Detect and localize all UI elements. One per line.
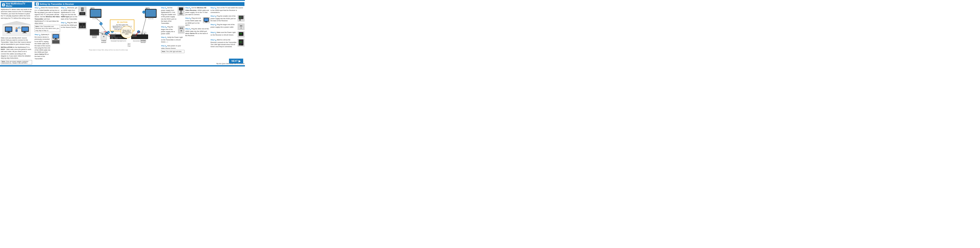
step-1b: Step 1b (Optional) If the source device … bbox=[35, 33, 60, 60]
main-body: A How MyWirelessTV Works MyWirelessTV al… bbox=[0, 1, 245, 65]
svg-point-98 bbox=[181, 30, 182, 32]
svg-rect-118 bbox=[240, 45, 240, 45]
step-1d-sub: 1d bbox=[65, 22, 67, 24]
section-a-installation: INSTALLATION for the MyWirelessTV is EAS… bbox=[1, 46, 32, 59]
installation-text: for the MyWirelessTV is bbox=[13, 46, 30, 48]
step-1a-sub: 1a bbox=[38, 7, 40, 9]
svg-rect-18 bbox=[55, 41, 56, 43]
step-2d-note: Note: The LINK light will blink. bbox=[161, 50, 185, 53]
step-2d: Step 2d Now power on your video Source D… bbox=[161, 45, 185, 53]
caution-title-text: CAUTION bbox=[120, 21, 127, 23]
step-4d: Step 4d Wait for a bit as the Receiver c… bbox=[210, 39, 245, 48]
step-1b-image bbox=[52, 33, 60, 44]
svg-rect-101 bbox=[205, 22, 207, 22]
svg-text:5V DC 1.0A: 5V DC 1.0A bbox=[111, 33, 116, 34]
step-2a-sub: 2a bbox=[165, 7, 167, 9]
svg-point-96 bbox=[180, 27, 181, 29]
section-a-illustration bbox=[1, 20, 32, 36]
bottom-bar bbox=[0, 65, 245, 67]
step-1b-bold: Out-to-TV bbox=[39, 53, 47, 55]
steps-col-1: Step 1a Select the Source Device (i.e. a… bbox=[35, 7, 60, 62]
svg-rect-25 bbox=[80, 24, 82, 25]
step-2b-image bbox=[178, 26, 185, 33]
step-1c-image bbox=[78, 7, 86, 16]
svg-text:TRANSMITTER MWTV2TX: TRANSMITTER MWTV2TX bbox=[111, 40, 126, 41]
step-3b-num: Step bbox=[185, 17, 189, 19]
svg-rect-9 bbox=[22, 27, 28, 31]
step-3a-sub: 3a bbox=[189, 7, 191, 9]
step-3c-sub: 3c bbox=[189, 28, 191, 30]
step-4a-image bbox=[238, 15, 245, 21]
svg-rect-95 bbox=[179, 27, 183, 32]
step-1c-num: Step bbox=[61, 7, 65, 9]
step-2b-num: Step bbox=[161, 26, 165, 28]
svg-text:*Range subject to change. Wall: *Range subject to change. Walls, ceiling… bbox=[89, 49, 128, 51]
step-1c-sub: 1c bbox=[65, 7, 67, 9]
next-button[interactable]: NEXT ▶ bbox=[229, 59, 243, 64]
step-4b-image bbox=[238, 24, 245, 30]
step-1d-num: Step bbox=[61, 22, 65, 24]
step-1b-text: (Optional) If the source device is previ… bbox=[35, 33, 51, 55]
svg-text:(Optional): (Optional) bbox=[148, 18, 153, 19]
step-2a-num: Step bbox=[161, 7, 165, 9]
section-a-text1: MyWirelessTV allows video and audio to b… bbox=[1, 8, 32, 19]
svg-rect-23 bbox=[80, 13, 84, 14]
section-a: A How MyWirelessTV Works MyWirelessTV al… bbox=[0, 1, 33, 65]
step-2d-note-label: Note: bbox=[162, 51, 166, 52]
svg-point-117 bbox=[241, 41, 242, 43]
step-3b-svg bbox=[203, 17, 210, 23]
page: MWTV2_QSG-0530-0721-000-v5_QC sing1.ps1 … bbox=[0, 0, 245, 67]
svg-rect-34 bbox=[146, 10, 156, 17]
section-b: B Setting Up Transmitter & Receiver Step… bbox=[34, 1, 245, 65]
svg-text:OUTLET: OUTLET bbox=[101, 42, 106, 43]
svg-rect-7 bbox=[16, 29, 18, 32]
svg-point-109 bbox=[241, 27, 242, 29]
section-a-svg bbox=[2, 20, 32, 36]
svg-rect-94 bbox=[180, 13, 183, 15]
svg-rect-13 bbox=[53, 35, 59, 38]
diagram-area: HDTV (Optional) HDTV (Optional) 3 bbox=[88, 7, 160, 62]
svg-rect-30 bbox=[91, 10, 101, 17]
step-3a: Step 3a Get the Wireless HD Video Receiv… bbox=[185, 7, 210, 16]
step-2c-num: Step bbox=[161, 36, 165, 38]
step-1c-bold: HDMI Input bbox=[61, 16, 69, 17]
svg-text:SOURCE: SOURCE bbox=[92, 35, 97, 37]
svg-rect-5 bbox=[6, 33, 11, 33]
step-2a: Step 2a Get the power supply from MyWire… bbox=[161, 7, 185, 24]
step-4d-svg bbox=[238, 39, 244, 46]
step-1a-num: Step bbox=[35, 7, 38, 9]
svg-rect-56 bbox=[110, 35, 115, 37]
easy-bold: EASY bbox=[1, 48, 5, 50]
step-3b-image bbox=[203, 17, 210, 23]
caution-triangle-icon: ⚠ bbox=[117, 21, 119, 24]
svg-text:1b: 1b bbox=[100, 23, 102, 25]
section-b-letter: B bbox=[36, 3, 39, 6]
section-a-text2: Make sure you identify which 'source dev… bbox=[1, 37, 32, 46]
step-3a-num: Step bbox=[185, 7, 189, 9]
step-2d-num: Step bbox=[161, 45, 165, 47]
svg-text:5: 5 bbox=[108, 32, 109, 33]
svg-rect-26 bbox=[83, 24, 85, 25]
svg-rect-15 bbox=[54, 39, 58, 40]
step-4c-image bbox=[238, 32, 245, 37]
step-2a-image bbox=[178, 7, 185, 16]
svg-rect-92 bbox=[179, 8, 183, 10]
svg-point-6 bbox=[16, 27, 18, 29]
step-1a-text: Select the Source Device (i.e. a Cable/S… bbox=[35, 7, 60, 24]
section-a-letter: A bbox=[2, 3, 5, 6]
step-3c-num: Step bbox=[185, 28, 189, 30]
svg-text:OUTLET: OUTLET bbox=[141, 42, 146, 43]
svg-rect-14 bbox=[55, 38, 56, 39]
step-2d-note-text: The LINK light will blink. bbox=[166, 51, 182, 52]
next-label: NEXT bbox=[232, 60, 238, 62]
svg-text:3: 3 bbox=[143, 11, 145, 13]
step-1a: Step 1a Select the Source Device (i.e. a… bbox=[35, 7, 60, 32]
svg-text:to TV: to TV bbox=[115, 38, 118, 39]
step-4c-sub: 4c bbox=[214, 32, 216, 33]
svg-text:Input: Input bbox=[111, 38, 113, 39]
step-1a-note-label: Note: bbox=[35, 26, 39, 27]
step-1b-svg bbox=[52, 34, 60, 44]
svg-text:range: range bbox=[127, 45, 130, 47]
svg-rect-28 bbox=[83, 26, 84, 28]
svg-point-108 bbox=[241, 25, 242, 27]
